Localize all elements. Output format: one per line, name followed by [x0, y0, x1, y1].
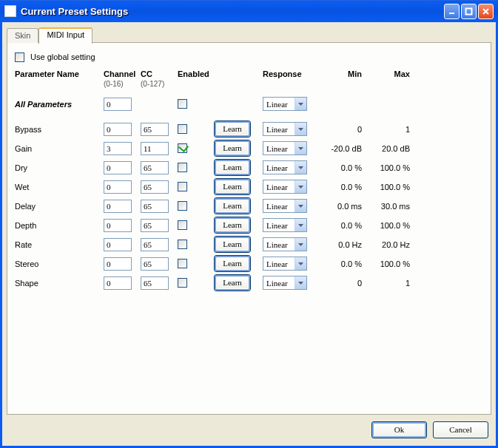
use-global-row: Use global setting	[15, 52, 483, 62]
channel-input[interactable]: 0	[104, 219, 132, 232]
minimize-button[interactable]	[444, 4, 460, 19]
response-select[interactable]: Linear	[263, 257, 307, 271]
use-global-checkbox[interactable]	[15, 52, 24, 62]
chevron-down-icon	[295, 257, 306, 270]
enabled-checkbox[interactable]	[178, 201, 187, 211]
min-value: 0.0 %	[318, 183, 366, 191]
app-icon	[4, 5, 16, 17]
max-value: 1	[366, 279, 414, 288]
learn-button[interactable]: Learn	[215, 275, 250, 291]
max-value: 20.0 Hz	[366, 240, 414, 249]
window-controls	[444, 4, 494, 19]
svg-marker-4	[298, 103, 303, 106]
channel-input[interactable]: 0	[104, 123, 132, 136]
cc-input[interactable]: 11	[141, 142, 169, 155]
all-params-enabled-checkbox[interactable]	[178, 99, 187, 109]
param-name: Depth	[15, 221, 104, 230]
param-grid: Parameter Name Channel (0-16) CC (0-127)…	[15, 69, 483, 293]
cc-input[interactable]: 65	[141, 257, 169, 271]
min-value: 0.0 %	[318, 221, 366, 230]
param-name: Bypass	[15, 125, 104, 134]
channel-input[interactable]: 0	[104, 200, 132, 213]
response-select[interactable]: Linear	[263, 160, 307, 174]
channel-input[interactable]: 0	[104, 180, 132, 194]
all-params-label: All Parameters	[15, 100, 104, 109]
svg-marker-6	[298, 147, 303, 150]
svg-rect-1	[466, 8, 472, 14]
learn-button[interactable]: Learn	[215, 160, 250, 175]
enabled-checkbox[interactable]	[178, 182, 187, 191]
cc-input[interactable]: 65	[141, 123, 169, 136]
max-value: 100.0 %	[366, 259, 414, 268]
svg-marker-11	[298, 243, 303, 246]
param-name: Wet	[15, 183, 104, 191]
cc-input[interactable]: 65	[141, 180, 169, 194]
response-select[interactable]: Linear	[263, 218, 307, 232]
chevron-down-icon	[295, 161, 306, 174]
learn-button[interactable]: Learn	[215, 121, 250, 137]
response-select[interactable]: Linear	[263, 199, 307, 213]
dialog-buttons: Ok Cancel	[371, 421, 488, 438]
cancel-button[interactable]: Cancel	[433, 421, 488, 438]
cc-input[interactable]: 65	[141, 276, 169, 290]
channel-input[interactable]: 0	[104, 161, 132, 174]
channel-input[interactable]: 0	[104, 257, 132, 271]
learn-button[interactable]: Learn	[215, 237, 250, 252]
param-row: Gain311LearnLinear-20.0 dB20.0 dB	[15, 139, 483, 158]
cc-input[interactable]: 65	[141, 238, 169, 251]
learn-button[interactable]: Learn	[215, 217, 250, 233]
param-row: Delay065LearnLinear0.0 ms30.0 ms	[15, 197, 483, 216]
svg-marker-8	[298, 186, 303, 189]
max-value: 30.0 ms	[366, 202, 414, 211]
enabled-checkbox[interactable]	[178, 163, 187, 172]
svg-marker-9	[298, 205, 303, 208]
hdr-enabled: Enabled	[178, 69, 215, 79]
response-select[interactable]: Linear	[263, 237, 307, 251]
enabled-checkbox[interactable]	[178, 240, 187, 249]
response-select[interactable]: Linear	[263, 141, 307, 155]
param-name: Rate	[15, 240, 104, 249]
hdr-max: Max	[366, 69, 414, 79]
learn-button[interactable]: Learn	[215, 256, 250, 271]
tab-midi-input[interactable]: MIDI Input	[38, 27, 92, 44]
min-value: 0.0 ms	[318, 202, 366, 211]
channel-input[interactable]: 3	[104, 142, 132, 155]
maximize-button[interactable]	[461, 4, 477, 19]
max-value: 20.0 dB	[366, 144, 414, 153]
cc-input[interactable]: 65	[141, 219, 169, 232]
response-select[interactable]: Linear	[263, 180, 307, 194]
learn-button[interactable]: Learn	[215, 179, 250, 194]
response-select[interactable]: Linear	[263, 122, 307, 136]
max-value: 100.0 %	[366, 183, 414, 191]
all-params-response-select[interactable]: Linear	[263, 97, 307, 111]
hdr-param: Parameter Name	[15, 69, 104, 79]
enabled-checkbox[interactable]	[178, 143, 187, 153]
tab-page-midi: Use global setting Parameter Name Channe…	[7, 42, 491, 415]
enabled-checkbox[interactable]	[178, 259, 187, 268]
channel-input[interactable]: 0	[104, 238, 132, 251]
tab-strip: Skin MIDI Input	[7, 27, 491, 43]
svg-marker-13	[298, 282, 303, 285]
svg-marker-7	[298, 166, 303, 169]
param-row: Shape065LearnLinear01	[15, 274, 483, 293]
response-select[interactable]: Linear	[263, 276, 307, 290]
enabled-checkbox[interactable]	[178, 220, 187, 230]
ok-button[interactable]: Ok	[371, 421, 427, 438]
learn-button[interactable]: Learn	[215, 198, 250, 214]
client-area: Skin MIDI Input Use global setting Param…	[0, 22, 498, 448]
param-row: Bypass065LearnLinear01	[15, 120, 483, 139]
all-params-channel-input[interactable]: 0	[104, 98, 132, 111]
enabled-checkbox[interactable]	[178, 124, 187, 134]
tab-skin[interactable]: Skin	[7, 28, 38, 43]
hdr-min: Min	[318, 69, 366, 79]
enabled-checkbox[interactable]	[178, 278, 187, 288]
min-value: 0	[318, 279, 366, 288]
close-button[interactable]	[478, 4, 494, 19]
channel-input[interactable]: 0	[104, 276, 132, 290]
param-name: Stereo	[15, 259, 104, 268]
min-value: -20.0 dB	[318, 144, 366, 153]
cc-input[interactable]: 65	[141, 200, 169, 213]
param-name: Shape	[15, 279, 104, 288]
learn-button[interactable]: Learn	[215, 140, 250, 156]
cc-input[interactable]: 65	[141, 161, 169, 174]
